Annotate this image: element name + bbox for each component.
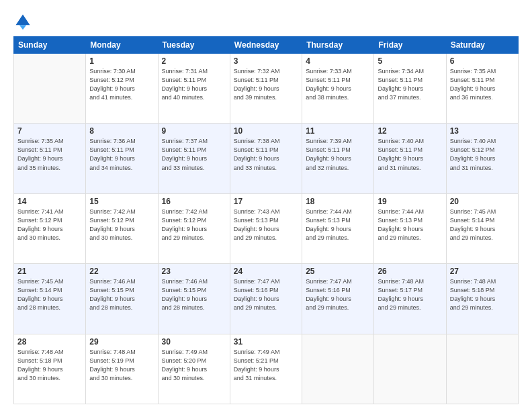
day-info: Sunrise: 7:31 AMSunset: 5:11 PMDaylight:… <box>162 67 226 102</box>
calendar-cell: 11Sunrise: 7:39 AMSunset: 5:11 PMDayligh… <box>302 124 374 193</box>
calendar-cell: 27Sunrise: 7:48 AMSunset: 5:18 PMDayligh… <box>446 264 518 334</box>
day-info: Sunrise: 7:41 AMSunset: 5:12 PMDaylight:… <box>17 208 82 242</box>
day-info: Sunrise: 7:47 AMSunset: 5:16 PMDaylight:… <box>234 277 298 312</box>
calendar-cell: 2Sunrise: 7:31 AMSunset: 5:11 PMDaylight… <box>158 54 230 124</box>
day-info: Sunrise: 7:45 AMSunset: 5:14 PMDaylight:… <box>450 208 515 242</box>
day-number: 9 <box>162 126 226 136</box>
day-number: 24 <box>234 267 298 276</box>
logo-icon <box>13 12 32 31</box>
day-info: Sunrise: 7:36 AMSunset: 5:11 PMDaylight:… <box>89 137 154 172</box>
col-header-sunday: Sunday <box>14 37 86 54</box>
calendar-cell: 12Sunrise: 7:40 AMSunset: 5:11 PMDayligh… <box>374 124 446 193</box>
day-number: 16 <box>162 197 226 206</box>
day-number: 1 <box>89 56 154 66</box>
day-number: 18 <box>306 197 370 206</box>
calendar-cell: 29Sunrise: 7:48 AMSunset: 5:19 PMDayligh… <box>86 334 158 404</box>
day-info: Sunrise: 7:38 AMSunset: 5:11 PMDaylight:… <box>234 137 298 172</box>
day-info: Sunrise: 7:46 AMSunset: 5:15 PMDaylight:… <box>89 277 154 312</box>
calendar-cell: 5Sunrise: 7:34 AMSunset: 5:11 PMDaylight… <box>374 54 446 124</box>
calendar-cell <box>446 334 518 404</box>
day-info: Sunrise: 7:42 AMSunset: 5:12 PMDaylight:… <box>162 208 226 242</box>
calendar-cell <box>302 334 374 404</box>
col-header-saturday: Saturday <box>446 37 518 54</box>
day-info: Sunrise: 7:48 AMSunset: 5:18 PMDaylight:… <box>17 348 82 383</box>
col-header-thursday: Thursday <box>302 37 374 54</box>
calendar-cell: 23Sunrise: 7:46 AMSunset: 5:15 PMDayligh… <box>158 264 230 334</box>
calendar-cell: 7Sunrise: 7:35 AMSunset: 5:11 PMDaylight… <box>14 124 86 193</box>
calendar-cell: 22Sunrise: 7:46 AMSunset: 5:15 PMDayligh… <box>86 264 158 334</box>
day-number: 10 <box>234 126 298 136</box>
day-info: Sunrise: 7:39 AMSunset: 5:11 PMDaylight:… <box>306 137 370 172</box>
calendar-cell: 31Sunrise: 7:49 AMSunset: 5:21 PMDayligh… <box>230 334 302 404</box>
day-info: Sunrise: 7:30 AMSunset: 5:12 PMDaylight:… <box>89 67 154 102</box>
calendar-table: SundayMondayTuesdayWednesdayThursdayFrid… <box>13 36 519 404</box>
col-header-tuesday: Tuesday <box>158 37 230 54</box>
day-info: Sunrise: 7:49 AMSunset: 5:20 PMDaylight:… <box>162 348 226 383</box>
calendar-cell: 17Sunrise: 7:43 AMSunset: 5:13 PMDayligh… <box>230 193 302 263</box>
day-number: 26 <box>378 267 442 276</box>
day-number: 8 <box>89 126 154 136</box>
calendar-cell: 13Sunrise: 7:40 AMSunset: 5:12 PMDayligh… <box>446 124 518 193</box>
calendar-week-row: 28Sunrise: 7:48 AMSunset: 5:18 PMDayligh… <box>14 334 519 404</box>
col-header-wednesday: Wednesday <box>230 37 302 54</box>
day-info: Sunrise: 7:48 AMSunset: 5:19 PMDaylight:… <box>89 348 154 383</box>
calendar-cell: 20Sunrise: 7:45 AMSunset: 5:14 PMDayligh… <box>446 193 518 263</box>
day-number: 21 <box>17 267 82 276</box>
day-info: Sunrise: 7:40 AMSunset: 5:12 PMDaylight:… <box>450 137 515 172</box>
day-number: 19 <box>378 197 442 206</box>
day-number: 20 <box>450 197 515 206</box>
day-info: Sunrise: 7:45 AMSunset: 5:14 PMDaylight:… <box>17 277 82 312</box>
calendar-week-row: 21Sunrise: 7:45 AMSunset: 5:14 PMDayligh… <box>14 264 519 334</box>
day-info: Sunrise: 7:43 AMSunset: 5:13 PMDaylight:… <box>234 208 298 242</box>
calendar-cell: 18Sunrise: 7:44 AMSunset: 5:13 PMDayligh… <box>302 193 374 263</box>
calendar-cell: 9Sunrise: 7:37 AMSunset: 5:11 PMDaylight… <box>158 124 230 193</box>
day-info: Sunrise: 7:47 AMSunset: 5:16 PMDaylight:… <box>306 277 370 312</box>
day-number: 22 <box>89 267 154 276</box>
calendar-cell: 8Sunrise: 7:36 AMSunset: 5:11 PMDaylight… <box>86 124 158 193</box>
calendar-cell: 1Sunrise: 7:30 AMSunset: 5:12 PMDaylight… <box>86 54 158 124</box>
day-info: Sunrise: 7:35 AMSunset: 5:11 PMDaylight:… <box>450 67 515 102</box>
day-number: 25 <box>306 267 370 276</box>
day-info: Sunrise: 7:34 AMSunset: 5:11 PMDaylight:… <box>378 67 442 102</box>
day-number: 4 <box>306 56 370 66</box>
day-info: Sunrise: 7:48 AMSunset: 5:18 PMDaylight:… <box>450 277 515 312</box>
day-info: Sunrise: 7:49 AMSunset: 5:21 PMDaylight:… <box>234 348 298 383</box>
day-number: 30 <box>162 337 226 347</box>
day-info: Sunrise: 7:40 AMSunset: 5:11 PMDaylight:… <box>378 137 442 172</box>
calendar-week-row: 7Sunrise: 7:35 AMSunset: 5:11 PMDaylight… <box>14 124 519 193</box>
day-info: Sunrise: 7:33 AMSunset: 5:11 PMDaylight:… <box>306 67 370 102</box>
day-number: 12 <box>378 126 442 136</box>
calendar-cell: 4Sunrise: 7:33 AMSunset: 5:11 PMDaylight… <box>302 54 374 124</box>
calendar-cell: 15Sunrise: 7:42 AMSunset: 5:12 PMDayligh… <box>86 193 158 263</box>
day-number: 23 <box>162 267 226 276</box>
calendar-cell: 16Sunrise: 7:42 AMSunset: 5:12 PMDayligh… <box>158 193 230 263</box>
calendar-cell: 10Sunrise: 7:38 AMSunset: 5:11 PMDayligh… <box>230 124 302 193</box>
day-info: Sunrise: 7:48 AMSunset: 5:17 PMDaylight:… <box>378 277 442 312</box>
day-number: 5 <box>378 56 442 66</box>
day-info: Sunrise: 7:44 AMSunset: 5:13 PMDaylight:… <box>378 208 442 242</box>
day-info: Sunrise: 7:37 AMSunset: 5:11 PMDaylight:… <box>162 137 226 172</box>
day-number: 11 <box>306 126 370 136</box>
calendar-week-row: 14Sunrise: 7:41 AMSunset: 5:12 PMDayligh… <box>14 193 519 263</box>
page: SundayMondayTuesdayWednesdayThursdayFrid… <box>0 0 532 411</box>
svg-marker-0 <box>16 15 30 26</box>
day-number: 17 <box>234 197 298 206</box>
day-number: 3 <box>234 56 298 66</box>
calendar-cell: 24Sunrise: 7:47 AMSunset: 5:16 PMDayligh… <box>230 264 302 334</box>
day-info: Sunrise: 7:35 AMSunset: 5:11 PMDaylight:… <box>17 137 82 172</box>
day-info: Sunrise: 7:46 AMSunset: 5:15 PMDaylight:… <box>162 277 226 312</box>
day-number: 28 <box>17 337 82 347</box>
day-number: 31 <box>234 337 298 347</box>
day-info: Sunrise: 7:44 AMSunset: 5:13 PMDaylight:… <box>306 208 370 242</box>
header <box>13 12 519 31</box>
calendar-cell: 25Sunrise: 7:47 AMSunset: 5:16 PMDayligh… <box>302 264 374 334</box>
calendar-cell: 6Sunrise: 7:35 AMSunset: 5:11 PMDaylight… <box>446 54 518 124</box>
col-header-friday: Friday <box>374 37 446 54</box>
day-number: 27 <box>450 267 515 276</box>
logo <box>13 12 35 31</box>
calendar-week-row: 1Sunrise: 7:30 AMSunset: 5:12 PMDaylight… <box>14 54 519 124</box>
day-number: 2 <box>162 56 226 66</box>
day-info: Sunrise: 7:32 AMSunset: 5:11 PMDaylight:… <box>234 67 298 102</box>
svg-marker-1 <box>19 25 27 30</box>
day-number: 29 <box>89 337 154 347</box>
